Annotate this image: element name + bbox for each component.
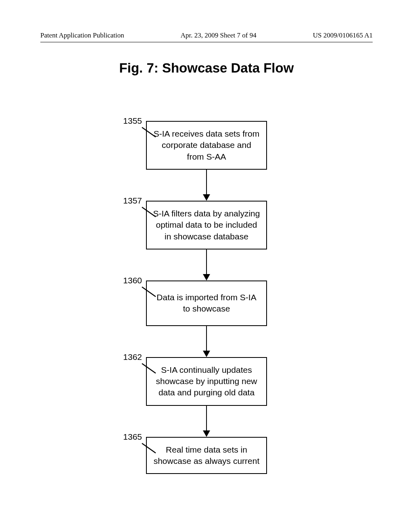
- ref-label: 1360: [110, 276, 142, 285]
- svg-line-4: [142, 443, 156, 453]
- header-left: Patent Application Publication: [40, 31, 124, 39]
- arrow-down-icon: [203, 170, 210, 201]
- svg-line-3: [142, 364, 156, 373]
- flow-box: S-IA receives data sets from corporate d…: [146, 121, 267, 170]
- step-1362: 1362 S-IA continually updates showcase b…: [146, 357, 267, 406]
- flow-box: S-IA continually updates showcase by inp…: [146, 357, 267, 406]
- header-rule: [40, 42, 373, 42]
- step-1365: 1365 Real time data sets in showcase as …: [146, 437, 267, 474]
- step-1360: 1360 Data is imported from S-IA to showc…: [146, 281, 267, 326]
- header-right: US 2009/0106165 A1: [313, 31, 373, 39]
- page-header: Patent Application Publication Apr. 23, …: [40, 31, 373, 39]
- flow-box: Data is imported from S-IA to showcase: [146, 281, 267, 326]
- flowchart: 1355 S-IA receives data sets from corpor…: [146, 121, 267, 474]
- leader-line-icon: [140, 206, 157, 218]
- leader-line-icon: [140, 362, 157, 375]
- flow-box: Real time data sets in showcase as alway…: [146, 437, 267, 474]
- arrow-down-icon: [203, 406, 210, 437]
- svg-line-1: [142, 207, 156, 217]
- step-1357: 1357 S-IA filters data by analyzing opti…: [146, 201, 267, 249]
- ref-label: 1362: [110, 352, 142, 362]
- ref-label: 1357: [110, 196, 142, 206]
- flow-box: S-IA filters data by analyzing optimal d…: [146, 201, 267, 249]
- svg-line-2: [142, 287, 156, 297]
- svg-line-0: [142, 127, 156, 137]
- leader-line-icon: [140, 285, 157, 298]
- ref-label: 1365: [110, 432, 142, 442]
- arrow-down-icon: [203, 326, 210, 357]
- step-1355: 1355 S-IA receives data sets from corpor…: [146, 121, 267, 170]
- leader-line-icon: [140, 442, 157, 455]
- ref-label: 1355: [110, 116, 142, 126]
- figure-title: Fig. 7: Showcase Data Flow: [0, 60, 413, 76]
- header-center: Apr. 23, 2009 Sheet 7 of 94: [181, 31, 257, 39]
- leader-line-icon: [140, 126, 157, 139]
- arrow-down-icon: [203, 249, 210, 281]
